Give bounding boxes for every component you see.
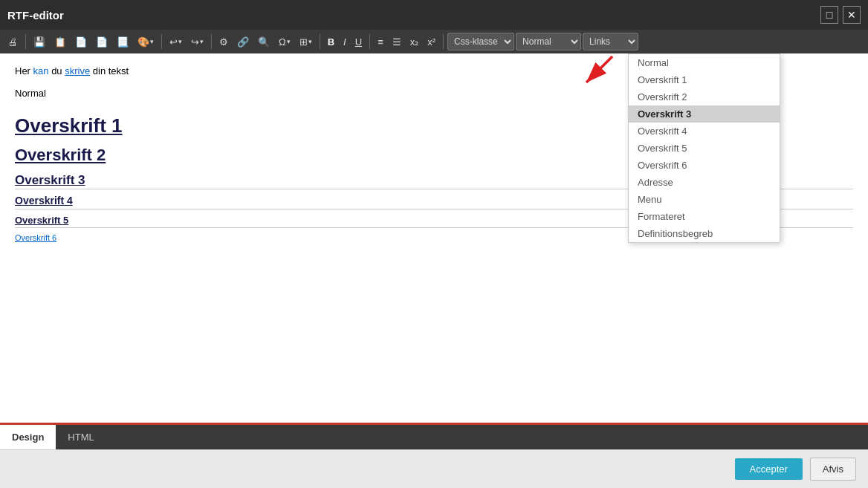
sep3 [211, 34, 212, 49]
dropdown-item-definitionsbegreb[interactable]: Definitionsbegreb [629, 225, 780, 242]
bottom-tabs: Design HTML [0, 423, 868, 449]
redo-button[interactable]: ↪▾ [187, 34, 207, 50]
dropdown-item-normal[interactable]: Normal [629, 54, 780, 71]
editor-wrapper: Her kan du skrive din tekst Normal Overs… [0, 53, 868, 423]
sep6 [443, 34, 444, 49]
special-char2-button[interactable]: 🔗 [233, 34, 253, 50]
ordered-list-button[interactable]: ≡ [374, 34, 387, 50]
sep5 [369, 34, 370, 49]
special-char3-button[interactable]: 🔍 [254, 34, 273, 50]
paint-button[interactable]: 🎨▾ [134, 34, 158, 50]
dropdown-item-h1[interactable]: Overskrift 1 [629, 71, 780, 88]
rtf-editor-window: RTF-editor □ ✕ 🖨 💾 📋 📄 📄 📃 🎨▾ ↩▾ ↪▾ ⚙ 🔗 … [0, 0, 868, 488]
close-button[interactable]: ✕ [843, 6, 861, 24]
sep1 [25, 34, 26, 49]
maximize-button[interactable]: □ [820, 6, 838, 24]
style-dropdown-overlay: Normal Overskrift 1 Overskrift 2 Overskr… [628, 53, 780, 243]
accept-button[interactable]: Accepter [735, 458, 803, 480]
save-button[interactable]: 💾 [30, 34, 49, 50]
unordered-list-button[interactable]: ☰ [389, 34, 405, 50]
links-select[interactable]: Links [583, 33, 638, 51]
tab-design[interactable]: Design [0, 425, 56, 449]
window-title: RTF-editor [7, 9, 64, 22]
toolbar: 🖨 💾 📋 📄 📄 📃 🎨▾ ↩▾ ↪▾ ⚙ 🔗 🔍 Ω▾ ⊞▾ B I U ≡… [0, 30, 868, 53]
dropdown-item-h2[interactable]: Overskrift 2 [629, 88, 780, 105]
title-bar: RTF-editor □ ✕ [0, 0, 868, 30]
superscript-button[interactable]: x² [424, 34, 439, 50]
dropdown-item-h6[interactable]: Overskrift 6 [629, 157, 780, 174]
italic-button[interactable]: I [340, 34, 350, 50]
dropdown-item-h4[interactable]: Overskrift 4 [629, 123, 780, 140]
dropdown-item-adresse[interactable]: Adresse [629, 174, 780, 191]
copy-button[interactable]: 📋 [51, 34, 70, 50]
reject-button[interactable]: Afvis [810, 458, 856, 481]
dropdown-item-h5[interactable]: Overskrift 5 [629, 140, 780, 157]
bold-button[interactable]: B [324, 34, 338, 50]
dropdown-item-formateret[interactable]: Formateret [629, 208, 780, 225]
sep2 [161, 34, 162, 49]
undo-button[interactable]: ↩▾ [166, 34, 186, 50]
intro-link-her[interactable]: kan [33, 65, 49, 77]
cut-button[interactable]: 📄 [71, 34, 91, 50]
table-button[interactable]: ⊞▾ [296, 34, 316, 50]
special-char1-button[interactable]: ⚙ [216, 34, 232, 50]
tab-html[interactable]: HTML [56, 425, 106, 449]
omega-button[interactable]: Ω▾ [275, 34, 294, 50]
footer: Accepter Afvis [0, 449, 868, 488]
print-button[interactable]: 🖨 [4, 34, 22, 50]
dropdown-item-menu[interactable]: Menu [629, 191, 780, 208]
dropdown-item-h3[interactable]: Overskrift 3 [629, 105, 780, 123]
underline-button[interactable]: U [352, 34, 366, 50]
paste-text-button[interactable]: 📃 [113, 34, 132, 50]
sep4 [320, 34, 320, 49]
window-controls: □ ✕ [820, 6, 861, 24]
style-select[interactable]: Normal [516, 33, 581, 51]
subscript-button[interactable]: x₂ [407, 34, 423, 50]
paste-button[interactable]: 📄 [92, 34, 111, 50]
css-class-select[interactable]: Css-klasse [447, 33, 514, 51]
